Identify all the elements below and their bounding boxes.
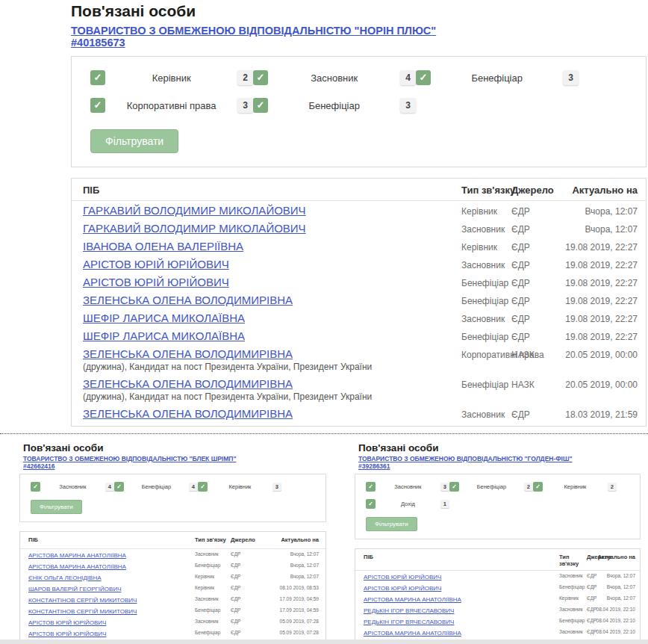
person-link[interactable]: АРІСТОВ ЮРІЙ ЮРІЙОВИЧ — [364, 585, 441, 592]
person-link[interactable]: ГАРКАВИЙ ВОЛОДИМИР МИКОЛАЙОВИЧ — [83, 222, 306, 235]
person-link[interactable]: ЄНІК ОЛЬГА ЛЕОНІДІВНА — [28, 575, 102, 581]
cell-source: ЄДР — [511, 278, 530, 288]
filter-item: ✓Бенефіціар3 — [416, 70, 579, 85]
person-link[interactable]: АРІСТОВА МАРИНА АНАТОЛІЇВНА — [28, 563, 126, 570]
person-link[interactable]: КОНСТАНТІНОВ СЕРГІЙ МИКИТОВИЧ — [28, 608, 137, 615]
cell-actual-date: Вчора, 12:07 — [585, 206, 638, 217]
table-row: ІВАНОВА ОЛЕНА ВАЛЕРІЇВНАКерівникЄДР19.08… — [72, 237, 646, 255]
checkbox-checked-icon[interactable]: ✓ — [253, 70, 268, 85]
checkbox-checked-icon[interactable]: ✓ — [31, 482, 40, 492]
checkbox-checked-icon[interactable]: ✓ — [416, 70, 431, 85]
checkbox-checked-icon[interactable]: ✓ — [366, 499, 376, 509]
filter-label: Корпоративні права — [105, 100, 237, 111]
table-row: ЗЕЛЕНСЬКА ОЛЕНА ВОЛОДИМИРІВНАБенефіціарЄ… — [72, 291, 646, 309]
table-row: ЗЕЛЕНСЬКА ОЛЕНА ВОЛОДИМИРІВНА(дружина), … — [72, 374, 646, 404]
header-source: Джерело — [511, 185, 554, 196]
person-link[interactable]: АРІСТОВ ЮРІЙ ЮРІЙОВИЧ — [83, 276, 229, 288]
person-link[interactable]: ЗЕЛЕНСЬКА ОЛЕНА ВОЛОДИМИРІВНА — [83, 407, 293, 420]
person-link[interactable]: РЕДЬКІН ІГОР ВЯЧЕСЛАВОВИЧ — [364, 619, 454, 625]
cell-actual-date: 18.03 2019, 21:59 — [565, 409, 638, 420]
company-link[interactable]: ТОВАРИСТВО З ОБМЕЖЕНОЮ ВІДПОВІДАЛЬНІСТЮ … — [23, 455, 236, 462]
mini-panel-right: Пов'язані особи ТОВАРИСТВО З ОБМЕЖЕНОЮ В… — [355, 442, 641, 644]
company-code-link[interactable]: #42662416 — [23, 462, 55, 470]
person-link[interactable]: АРІСТОВА МАРИНА АНАТОЛІЇВНА — [28, 552, 126, 559]
page-title: Пов'язані особи — [23, 442, 326, 453]
person-link[interactable]: АРІСТОВ ЮРІЙ ЮРІЙОВИЧ — [83, 258, 229, 270]
cell-actual-date: Вчора, 12:07 — [290, 563, 319, 568]
cell-source: ЄДР — [587, 584, 596, 589]
person-link[interactable]: ШЕФІР ЛАРИСА МИКОЛАЇВНА — [83, 329, 245, 342]
table-row: ШЕФІР ЛАРИСА МИКОЛАЇВНАБенефіціарЄДР19.0… — [72, 326, 646, 344]
filter-label: Керівник — [543, 483, 608, 490]
table-row: КОНСТАНТІНОВ СЕРГІЙ МИКИТОВИЧБенефіціарЄ… — [20, 605, 325, 616]
person-link[interactable]: ЗЕЛЕНСЬКА ОЛЕНА ВОЛОДИМИРІВНА — [83, 347, 293, 360]
person-link[interactable]: ЗЕЛЕНСЬКА ОЛЕНА ВОЛОДИМИРІВНА — [83, 294, 293, 306]
header-name: ПІБ — [83, 185, 99, 196]
checkbox-checked-icon[interactable]: ✓ — [90, 98, 105, 113]
checkbox-checked-icon[interactable]: ✓ — [449, 482, 459, 492]
filter-button[interactable]: Фільтрувати — [90, 129, 178, 153]
cell-relation-type: Бенефіціар — [559, 584, 585, 589]
cell-actual-date: 20.05 2019, 00:00 — [565, 380, 638, 390]
cell-relation-type: Бенефіціар — [195, 563, 220, 568]
checkbox-checked-icon[interactable]: ✓ — [366, 482, 376, 492]
person-link[interactable]: АРІСТОВА МАРИНА АНАТОЛІЇВНА — [364, 630, 461, 637]
checkbox-checked-icon[interactable]: ✓ — [533, 482, 543, 492]
cell-relation-type: Бенефіціар — [461, 296, 508, 306]
table-body: АРІСТОВА МАРИНА АНАТОЛІЇВНАЗасновникЄДРВ… — [20, 549, 325, 644]
cell-actual-date: 17.09 2019, 04:59 — [280, 596, 319, 601]
person-link[interactable]: АРІСТОВА МАРИНА АНАТОЛІЇВНА — [364, 596, 461, 603]
filter-grid: ✓Засновник4✓Бенефіціар4✓Керівник3 — [31, 482, 292, 492]
cell-relation-type: Керівник — [461, 206, 497, 217]
person-link[interactable]: ШАРОВ ВАЛЕРІЙ ГЕОРГІЙОВИЧ — [28, 586, 121, 592]
person-link[interactable]: АРІСТОВ ЮРІЙ ЮРІЙОВИЧ — [364, 574, 441, 580]
filters-panel: ✓Засновник3✓Бенефіціар2✓Керівник2✓Дохід1… — [355, 474, 641, 539]
page-title: Пов'язані особи — [358, 442, 641, 453]
cell-relation-type: Засновник — [461, 224, 505, 235]
cell-source: ЄДР — [511, 242, 530, 253]
person-link[interactable]: ІВАНОВА ОЛЕНА ВАЛЕРІЇВНА — [83, 240, 243, 253]
cell-source: ЄДР — [231, 551, 240, 557]
cell-actual-date: 08.04 2019, 22:10 — [596, 607, 635, 612]
company-code-link[interactable]: #40185673 — [71, 37, 125, 49]
cell-relation-type: Бенефіціар — [461, 278, 508, 288]
cell-source: ЄДР — [511, 206, 530, 217]
person-link[interactable]: ГАРКАВИЙ ВОЛОДИМИР МИКОЛАЙОВИЧ — [83, 204, 306, 217]
person-link[interactable]: ШЕФІР ЛАРИСА МИКОЛАЇВНА — [83, 312, 245, 324]
filter-grid: ✓Засновник3✓Бенефіціар2✓Керівник2✓Дохід1 — [366, 482, 627, 509]
cell-actual-date: 08.04 2019, 22:10 — [596, 618, 635, 623]
cell-relation-type: Бенефіціар — [195, 630, 220, 635]
header-type: Тип зв'язку — [559, 554, 583, 568]
person-link[interactable]: АРІСТОВ ЮРІЙ ЮРІЙОВИЧ — [28, 619, 106, 626]
checkbox-checked-icon[interactable]: ✓ — [198, 482, 208, 492]
cell-relation-type: Засновник — [461, 409, 505, 420]
filter-item: ✓Засновник3 — [366, 482, 449, 492]
table-row: ГАРКАВИЙ ВОЛОДИМИР МИКОЛАЙОВИЧКерівникЄД… — [72, 201, 646, 219]
filter-button[interactable]: Фільтрувати — [31, 500, 82, 514]
page-title: Пов'язані особи — [71, 2, 648, 20]
checkbox-checked-icon[interactable]: ✓ — [253, 98, 268, 113]
cell-relation-type: Керівник — [559, 595, 579, 601]
company-code-link[interactable]: #39286361 — [358, 462, 390, 470]
cell-source: ЄДР — [231, 563, 240, 568]
cell-relation-type: Засновник — [195, 551, 219, 557]
cell-relation-type: Керівник — [195, 574, 214, 579]
table-row: ГАРКАВИЙ ВОЛОДИМИР МИКОЛАЙОВИЧЗасновникЄ… — [72, 219, 646, 237]
cell-source: ЄДР — [231, 585, 240, 590]
person-link[interactable]: ЗЕЛЕНСЬКА ОЛЕНА ВОЛОДИМИРІВНА — [83, 377, 293, 390]
company-link[interactable]: ТОВАРИСТВО З ОБМЕЖЕНОЮ ВІДПОВІДАЛЬНІСТЮ … — [358, 455, 573, 462]
cell-actual-date: Вчора, 12:07 — [607, 573, 635, 578]
cell-relation-type: Засновник — [461, 314, 505, 324]
person-link[interactable]: АРІСТОВ ЮРІЙ ЮРІЙОВИЧ — [28, 631, 106, 637]
table-row: АРІСТОВ ЮРІЙ ЮРІЙОВИЧЗасновникЄДР19.08 2… — [72, 255, 646, 273]
header-type: Тип зв'язку — [461, 185, 515, 196]
checkbox-checked-icon[interactable]: ✓ — [114, 482, 124, 492]
cell-source: ЄДР — [587, 573, 596, 578]
related-persons-table: ПІБ Тип зв'язку Джерело Актуально на АРІ… — [19, 531, 326, 644]
checkbox-checked-icon[interactable]: ✓ — [90, 70, 105, 85]
person-link[interactable]: РЕДЬКІН ІГОР ВЯЧЕСЛАВОВИЧ — [364, 607, 454, 614]
person-link[interactable]: КОНСТАНТІНОВ СЕРГІЙ МИКИТОВИЧ — [28, 597, 137, 604]
company-link[interactable]: ТОВАРИСТВО З ОБМЕЖЕНОЮ ВІДПОВІДАЛЬНІСТЮ … — [71, 25, 436, 37]
filter-button[interactable]: Фільтрувати — [366, 517, 417, 531]
person-note: (дружина), Кандидат на пост Президента У… — [83, 391, 449, 403]
